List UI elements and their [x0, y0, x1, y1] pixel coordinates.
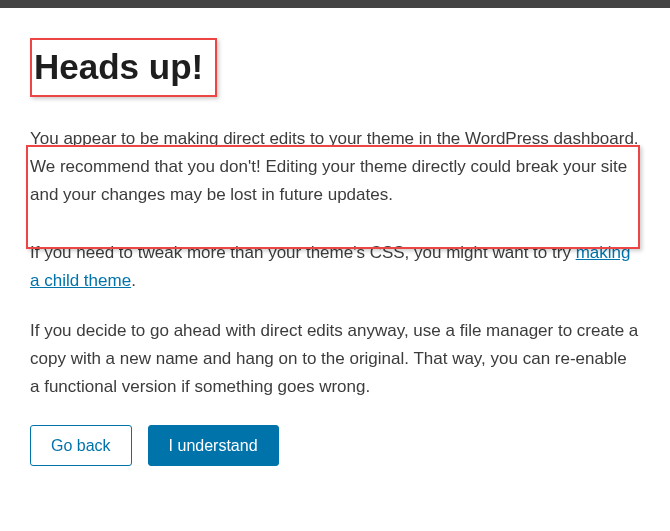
child-theme-paragraph: If you need to tweak more than your them…: [30, 239, 640, 295]
dialog-content: Heads up! You appear to be making direct…: [0, 8, 670, 496]
dialog-heading: Heads up!: [34, 48, 203, 87]
i-understand-button[interactable]: I understand: [148, 425, 279, 466]
warning-paragraph: You appear to be making direct edits to …: [30, 125, 640, 209]
window-top-bar: [0, 0, 670, 8]
backup-advice-paragraph: If you decide to go ahead with direct ed…: [30, 317, 640, 401]
warning-text: You appear to be making direct edits to …: [30, 129, 639, 204]
go-back-button[interactable]: Go back: [30, 425, 132, 466]
child-theme-suffix: .: [131, 271, 136, 290]
dialog-button-row: Go back I understand: [30, 425, 640, 466]
heading-highlight-box: Heads up!: [30, 38, 217, 97]
child-theme-prefix: If you need to tweak more than your them…: [30, 243, 576, 262]
